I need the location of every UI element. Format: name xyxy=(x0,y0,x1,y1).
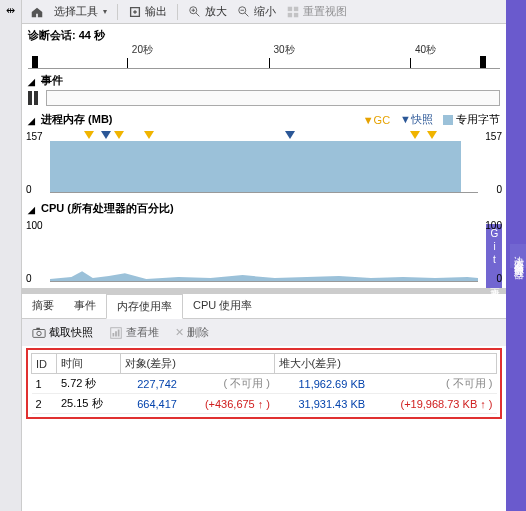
collapse-icon xyxy=(28,203,37,215)
timeline-tick: 20秒 xyxy=(132,43,153,57)
reset-label: 重置视图 xyxy=(303,4,347,19)
timeline-end-marker xyxy=(480,56,486,68)
svg-rect-10 xyxy=(113,333,115,337)
main-column: 选择工具 输出 放大 缩小 重置视图 诊断会话: 44 秒 xyxy=(22,0,506,511)
zoom-out-icon xyxy=(237,5,251,19)
table-row[interactable]: 2 25.15 秒 664,417 (+436,675 ↑ ) 31,931.4… xyxy=(32,394,497,414)
zoom-out-button[interactable]: 缩小 xyxy=(233,2,280,21)
tickline xyxy=(269,58,270,68)
cell-heap[interactable]: 31,931.43 KB xyxy=(274,394,369,414)
timeline[interactable]: 20秒 30秒 40秒 xyxy=(28,43,500,69)
cpu-header[interactable]: CPU (所有处理器的百分比) xyxy=(22,199,506,218)
col-id[interactable]: ID xyxy=(32,354,57,374)
view-heap-button[interactable]: 查看堆 xyxy=(105,323,163,342)
svg-point-7 xyxy=(37,331,41,335)
delete-icon: ✕ xyxy=(175,326,184,339)
collapse-icon xyxy=(28,75,37,87)
snapshot-label: 截取快照 xyxy=(49,325,93,340)
gc-marker xyxy=(410,131,420,139)
snapshot-table-highlight: ID 时间 对象(差异) 堆大小(差异) 1 5.72 秒 227,742 ( … xyxy=(26,348,502,419)
legend-snapshot: ▼快照 xyxy=(400,112,433,127)
events-title: 事件 xyxy=(41,73,63,88)
take-snapshot-button[interactable]: 截取快照 xyxy=(28,323,97,342)
diagnostics-panel: 诊断会话: 44 秒 20秒 30秒 40秒 xyxy=(22,24,506,71)
cell-time: 5.72 秒 xyxy=(57,374,120,394)
gc-marker xyxy=(84,131,94,139)
left-gutter: ⇹ xyxy=(0,0,22,511)
cell-heap[interactable]: 11,962.69 KB xyxy=(274,374,369,394)
tab-cpu-usage[interactable]: CPU 使用率 xyxy=(183,294,262,318)
delete-label: 删除 xyxy=(187,325,209,340)
memory-chart[interactable]: 157 0 157 0 xyxy=(28,131,500,195)
reset-icon xyxy=(286,5,300,19)
cpu-plot xyxy=(50,222,478,282)
events-row xyxy=(22,90,506,110)
svg-rect-3 xyxy=(294,6,298,10)
memory-title: 进程内存 (MB) xyxy=(41,112,113,127)
gc-marker xyxy=(114,131,124,139)
cell-heap-delta[interactable]: (+19,968.73 KB ↑ ) xyxy=(369,394,496,414)
svg-rect-5 xyxy=(294,12,298,16)
cpu-chart[interactable]: 100 0 100 0 xyxy=(28,220,500,284)
memory-header[interactable]: 进程内存 (MB) ▼GC ▼快照 专用字节 xyxy=(22,110,506,129)
memory-plot xyxy=(50,133,478,193)
events-header[interactable]: 事件 xyxy=(22,71,506,90)
timeline-tick: 40秒 xyxy=(415,43,436,57)
y-max-right: 157 xyxy=(485,131,502,142)
zoom-in-icon xyxy=(188,5,202,19)
svg-rect-11 xyxy=(115,331,117,336)
col-time[interactable]: 时间 xyxy=(57,354,120,374)
cell-time: 25.15 秒 xyxy=(57,394,120,414)
collapse-icon xyxy=(28,114,37,126)
select-tool-dropdown[interactable]: 选择工具 xyxy=(50,2,111,21)
gc-marker xyxy=(427,131,437,139)
separator xyxy=(177,4,178,20)
tab-events[interactable]: 事件 xyxy=(64,294,106,318)
svg-rect-2 xyxy=(288,6,292,10)
table-row[interactable]: 1 5.72 秒 227,742 ( 不可用 ) 11,962.69 KB ( … xyxy=(32,374,497,394)
cell-objects[interactable]: 664,417 xyxy=(120,394,181,414)
legend-private: 专用字节 xyxy=(443,112,500,127)
svg-rect-8 xyxy=(36,327,40,329)
tab-summary[interactable]: 摘要 xyxy=(22,294,64,318)
output-button[interactable]: 输出 xyxy=(124,2,171,21)
y-max-left: 157 xyxy=(26,131,43,142)
y-min-left: 0 xyxy=(26,184,32,195)
y-max-right: 100 xyxy=(485,220,502,231)
svg-rect-6 xyxy=(33,329,45,337)
zoom-in-label: 放大 xyxy=(205,4,227,19)
zoom-in-button[interactable]: 放大 xyxy=(184,2,231,21)
tickline xyxy=(410,58,411,68)
legend-gc: ▼GC xyxy=(363,114,390,126)
cell-heap-delta: ( 不可用 ) xyxy=(369,374,496,394)
reset-view-button[interactable]: 重置视图 xyxy=(282,2,351,21)
snapshot-toolbar: 截取快照 查看堆 ✕ 删除 xyxy=(22,319,506,346)
memory-legend: ▼GC ▼快照 专用字节 xyxy=(363,112,500,127)
diag-session-label: 诊断会话: 44 秒 xyxy=(28,28,500,43)
bottom-tabs: 摘要 事件 内存使用率 CPU 使用率 xyxy=(22,294,506,319)
view-heap-label: 查看堆 xyxy=(126,325,159,340)
home-button[interactable] xyxy=(26,3,48,21)
y-min-right: 0 xyxy=(496,184,502,195)
tab-memory-usage[interactable]: 内存使用率 xyxy=(106,294,183,319)
pin-icon[interactable]: ⇹ xyxy=(6,4,15,17)
y-min-right: 0 xyxy=(496,273,502,284)
home-icon xyxy=(30,5,44,19)
cell-objects-delta[interactable]: (+436,675 ↑ ) xyxy=(181,394,274,414)
pause-icon[interactable] xyxy=(28,91,42,105)
cell-objects[interactable]: 227,742 xyxy=(120,374,181,394)
svg-rect-12 xyxy=(118,329,120,336)
snapshot-marker xyxy=(101,131,111,139)
timeline-tick: 30秒 xyxy=(273,43,294,57)
output-icon xyxy=(128,5,142,19)
delete-button[interactable]: ✕ 删除 xyxy=(171,323,213,342)
cell-objects-delta: ( 不可用 ) xyxy=(181,374,274,394)
timeline-start-marker xyxy=(32,56,38,68)
cpu-title: CPU (所有处理器的百分比) xyxy=(41,201,174,216)
cell-id: 1 xyxy=(32,374,57,394)
events-track[interactable] xyxy=(46,90,500,106)
col-heap[interactable]: 堆大小(差异) xyxy=(274,354,496,374)
svg-rect-4 xyxy=(288,12,292,16)
panel-solution-explorer[interactable]: 决方案资源管理器 xyxy=(510,244,526,268)
col-objects[interactable]: 对象(差异) xyxy=(120,354,274,374)
